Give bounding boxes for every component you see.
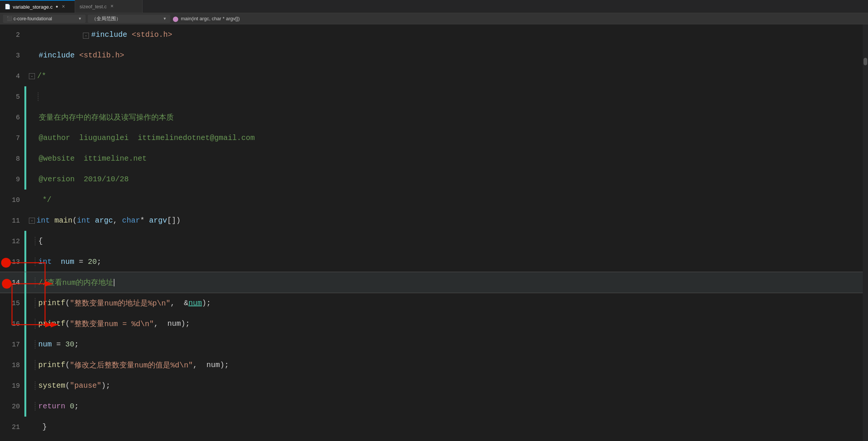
bar-green-7	[24, 128, 26, 148]
line-row-9: 9 @version 2019/10/28	[0, 169, 863, 190]
bar-2	[24, 24, 27, 45]
line-row-12: 12 {	[0, 231, 863, 251]
gutter-6: 6	[0, 107, 24, 128]
code-11: -int main(int argc, char* argv[])	[27, 210, 181, 231]
tab-active[interactable]: 📄 variable_storage.c ● ×	[0, 0, 75, 13]
gutter-15: 15	[0, 293, 24, 313]
code-12: {	[27, 231, 43, 251]
bar-21	[24, 417, 27, 437]
gutter-13: 13	[0, 251, 24, 272]
code-5	[27, 86, 44, 107]
tab-filename-inactive: sizeof_test.c	[80, 4, 107, 9]
project-name: c-core-foundational	[14, 16, 52, 21]
vertical-scrollbar[interactable]	[863, 24, 868, 441]
gutter-2: 2	[0, 24, 24, 45]
code-editor: 2 - #include <stdio.h> 3 #include <stdli…	[0, 24, 863, 441]
code-2: - #include <stdio.h>	[27, 24, 172, 45]
tab-inactive[interactable]: sizeof_test.c ×	[75, 0, 143, 13]
gutter-14: 14	[0, 272, 24, 293]
line-row-17: 17 num = 30;	[0, 334, 863, 355]
tab-bar: 📄 variable_storage.c ● × sizeof_test.c ×	[0, 0, 868, 13]
code-13: int num = 20;	[27, 251, 101, 272]
bar-15	[24, 293, 26, 313]
gutter-17: 17	[0, 334, 24, 355]
bar-11	[24, 210, 27, 231]
line-row-3: 3 #include <stdlib.h>	[0, 45, 863, 66]
code-6: 变量在内存中的存储以及读写操作的本质	[27, 107, 174, 128]
bar-16	[24, 313, 26, 334]
bar-20	[24, 396, 26, 417]
code-15: printf("整数变量num的地址是%p\n", &num);	[27, 293, 211, 313]
code-19: system("pause");	[27, 375, 110, 396]
bar-17	[24, 334, 26, 355]
bar-green-5	[24, 86, 26, 107]
bar-13	[24, 251, 26, 272]
line-row-18: 18 printf("修改之后整数变量num的值是%d\n", num);	[0, 355, 863, 375]
bar-green-6	[24, 107, 26, 128]
code-9: @version 2019/10/28	[27, 169, 129, 190]
code-16: printf("整数变量num = %d\n", num);	[27, 313, 190, 334]
tab-dot: ●	[56, 5, 58, 9]
code-8: @website ittimeline.net	[27, 148, 147, 169]
gutter-5: 5	[0, 86, 24, 107]
tab-close-inactive[interactable]: ×	[110, 3, 113, 9]
code-10: */	[27, 190, 51, 210]
line-row-21: 21 }	[0, 417, 863, 437]
line-row-2: 2 - #include <stdio.h>	[0, 24, 863, 45]
ide-window: 📄 variable_storage.c ● × sizeof_test.c ×…	[0, 0, 868, 441]
scrollbar-thumb[interactable]	[863, 58, 867, 65]
code-20: return 0;	[27, 396, 79, 417]
project-dropdown[interactable]: ▼	[78, 17, 82, 21]
scope-name: （全局范围）	[92, 15, 121, 22]
line-row-8: 8 @website ittimeline.net	[0, 148, 863, 169]
scope-selector[interactable]: （全局范围） ▼	[88, 15, 170, 23]
breadcrumb-text: main(int argc, char * argv[])	[181, 16, 240, 21]
code-4: -/*	[27, 66, 46, 86]
line-row-15: 15 printf("整数变量num的地址是%p\n", &num);	[0, 293, 863, 313]
line-row-5: 5	[0, 86, 863, 107]
gutter-19: 19	[0, 375, 24, 396]
file-icon: 📄	[5, 4, 11, 10]
bar-green-9	[24, 169, 26, 190]
bar-19	[24, 375, 26, 396]
line-row-10: 10 */	[0, 190, 863, 210]
gutter-10: 10	[0, 190, 24, 210]
bar-12	[24, 231, 26, 251]
tab-close-active[interactable]: ×	[62, 4, 65, 10]
tab-filename-active: variable_storage.c	[13, 4, 53, 10]
gutter-4: 4	[0, 66, 24, 86]
line-row-7: 7 @author liuguanglei ittimelinedotnet@g…	[0, 128, 863, 148]
gutter-20: 20	[0, 396, 24, 417]
code-18: printf("修改之后整数变量num的值是%d\n", num);	[27, 355, 229, 375]
line-row-11: 11 -int main(int argc, char* argv[])	[0, 210, 863, 231]
gutter-12: 12	[0, 231, 24, 251]
breadcrumb-icon: ⬤	[173, 16, 179, 22]
gutter-8: 8	[0, 148, 24, 169]
line-row-20: 20 return 0;	[0, 396, 863, 417]
gutter-7: 7	[0, 128, 24, 148]
scope-dropdown[interactable]: ▼	[163, 17, 167, 21]
gutter-11: 11	[0, 210, 24, 231]
line-row-4: 4 -/*	[0, 66, 863, 86]
gutter-9: 9	[0, 169, 24, 190]
code-14[interactable]: //查看num的内存地址	[27, 272, 114, 293]
bar-green-8	[24, 148, 26, 169]
bar-3	[24, 45, 27, 66]
bar-10	[24, 190, 27, 210]
bar-14	[24, 272, 26, 293]
project-selector[interactable]: ⬛ c-core-foundational ▼	[3, 15, 86, 23]
line-row-13: 13 int num = 20;	[0, 251, 863, 272]
toolbar: ⬛ c-core-foundational ▼ （全局范围） ▼ ⬤ main(…	[0, 13, 868, 24]
code-7: @author liuguanglei ittimelinedotnet@gma…	[27, 128, 255, 148]
gutter-18: 18	[0, 355, 24, 375]
line-row-14: 14 //查看num的内存地址	[0, 272, 863, 293]
bar-4	[24, 66, 27, 86]
line-row-16: 16 printf("整数变量num = %d\n", num);	[0, 313, 863, 334]
gutter-21: 21	[0, 417, 24, 437]
gutter-16: 16	[0, 313, 24, 334]
code-21: }	[27, 417, 47, 437]
line-row-6: 6 变量在内存中的存储以及读写操作的本质	[0, 107, 863, 128]
editor-main: 2 - #include <stdio.h> 3 #include <stdli…	[0, 24, 868, 441]
gutter-3: 3	[0, 45, 24, 66]
breadcrumb: ⬤ main(int argc, char * argv[])	[173, 16, 240, 22]
